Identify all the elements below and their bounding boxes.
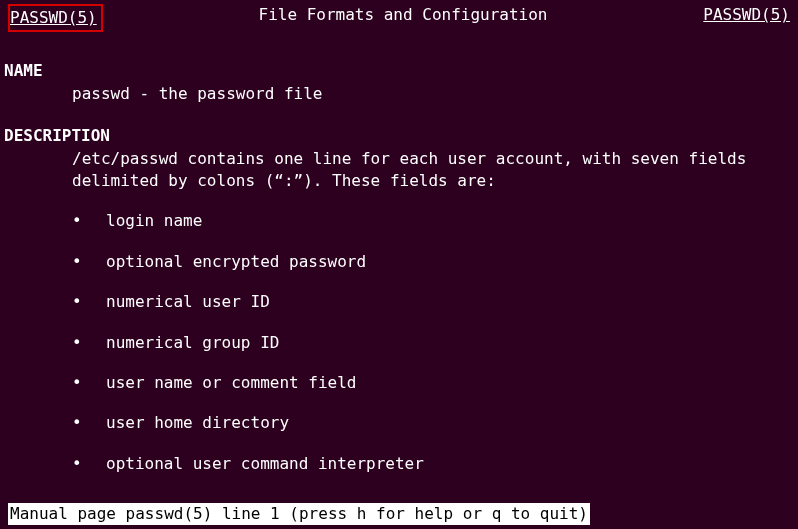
name-text: passwd - the password file — [0, 83, 798, 105]
bullet-icon: • — [72, 291, 106, 313]
header-left: PASSWD(5) — [10, 8, 97, 27]
bullet-text: optional user command interpreter — [106, 454, 424, 473]
bullet-icon: • — [72, 412, 106, 434]
list-item: •optional user command interpreter — [0, 453, 798, 475]
name-heading: NAME — [0, 60, 798, 82]
bullet-text: optional encrypted password — [106, 252, 366, 271]
description-section: DESCRIPTION /etc/passwd contains one lin… — [0, 125, 798, 475]
bullet-text: login name — [106, 211, 202, 230]
name-section: NAME passwd - the password file — [0, 60, 798, 105]
list-item: •login name — [0, 210, 798, 232]
header-right: PASSWD(5) — [703, 4, 790, 32]
list-item: •user name or comment field — [0, 372, 798, 394]
header-center: File Formats and Configuration — [259, 4, 548, 32]
bullet-text: user name or comment field — [106, 373, 356, 392]
bullet-text: user home directory — [106, 413, 289, 432]
status-bar[interactable]: Manual page passwd(5) line 1 (press h fo… — [8, 503, 590, 525]
highlighted-header-left: PASSWD(5) — [8, 4, 103, 32]
list-item: •numerical user ID — [0, 291, 798, 313]
bullet-icon: • — [72, 372, 106, 394]
list-item: •numerical group ID — [0, 332, 798, 354]
bullet-icon: • — [72, 453, 106, 475]
list-item: •user home directory — [0, 412, 798, 434]
description-text: /etc/passwd contains one line for each u… — [0, 148, 798, 193]
bullet-icon: • — [72, 332, 106, 354]
man-page-header: PASSWD(5) File Formats and Configuration… — [0, 0, 798, 32]
description-heading: DESCRIPTION — [0, 125, 798, 147]
description-bullet-list: •login name •optional encrypted password… — [0, 210, 798, 475]
bullet-icon: • — [72, 210, 106, 232]
bullet-text: numerical user ID — [106, 292, 270, 311]
bullet-icon: • — [72, 251, 106, 273]
bullet-text: numerical group ID — [106, 333, 279, 352]
list-item: •optional encrypted password — [0, 251, 798, 273]
status-bar-wrapper: Manual page passwd(5) line 1 (press h fo… — [0, 507, 798, 529]
